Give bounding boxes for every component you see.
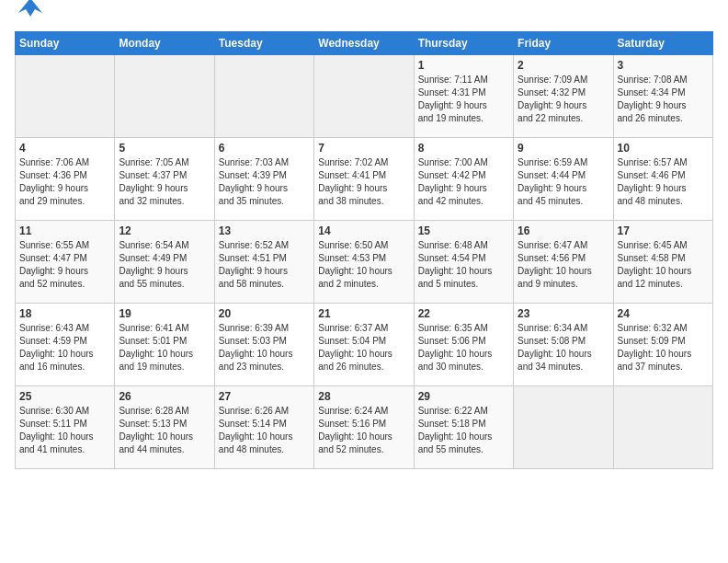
day-number: 17: [618, 224, 709, 237]
calendar-cell: 24Sunrise: 6:32 AM Sunset: 5:09 PM Dayli…: [613, 304, 712, 386]
calendar-cell: 17Sunrise: 6:45 AM Sunset: 4:58 PM Dayli…: [613, 221, 712, 304]
svg-marker-0: [18, 0, 42, 17]
day-info: Sunrise: 6:35 AM Sunset: 5:06 PM Dayligh…: [418, 322, 509, 373]
day-info: Sunrise: 6:22 AM Sunset: 5:18 PM Dayligh…: [418, 405, 509, 456]
day-info: Sunrise: 6:24 AM Sunset: 5:16 PM Dayligh…: [318, 405, 409, 456]
day-info: Sunrise: 6:47 AM Sunset: 4:56 PM Dayligh…: [518, 239, 609, 291]
day-number: 24: [618, 307, 709, 320]
calendar-cell: [613, 386, 712, 469]
calendar-cell: 13Sunrise: 6:52 AM Sunset: 4:51 PM Dayli…: [214, 221, 313, 304]
day-number: 19: [119, 307, 210, 320]
header-day-tuesday: Tuesday: [214, 32, 313, 55]
calendar-cell: [115, 55, 214, 138]
calendar-week-row: 18Sunrise: 6:43 AM Sunset: 4:59 PM Dayli…: [16, 304, 713, 386]
calendar-table: SundayMondayTuesdayWednesdayThursdayFrid…: [15, 31, 713, 469]
day-number: 16: [518, 224, 609, 237]
day-info: Sunrise: 7:03 AM Sunset: 4:39 PM Dayligh…: [219, 156, 310, 208]
calendar-cell: 4Sunrise: 7:06 AM Sunset: 4:36 PM Daylig…: [16, 138, 115, 221]
day-info: Sunrise: 6:50 AM Sunset: 4:53 PM Dayligh…: [318, 239, 409, 291]
calendar-header-row: SundayMondayTuesdayWednesdayThursdayFrid…: [16, 32, 713, 55]
day-number: 9: [518, 142, 609, 155]
calendar-cell: 22Sunrise: 6:35 AM Sunset: 5:06 PM Dayli…: [414, 304, 513, 386]
day-number: 13: [219, 224, 310, 237]
day-info: Sunrise: 6:48 AM Sunset: 4:54 PM Dayligh…: [418, 239, 509, 291]
calendar-cell: 6Sunrise: 7:03 AM Sunset: 4:39 PM Daylig…: [214, 138, 313, 221]
day-info: Sunrise: 6:57 AM Sunset: 4:46 PM Dayligh…: [618, 156, 709, 208]
day-info: Sunrise: 6:43 AM Sunset: 4:59 PM Dayligh…: [19, 322, 110, 373]
calendar-cell: [514, 386, 613, 469]
calendar-cell: 9Sunrise: 6:59 AM Sunset: 4:44 PM Daylig…: [514, 138, 613, 221]
calendar-cell: 28Sunrise: 6:24 AM Sunset: 5:16 PM Dayli…: [314, 386, 414, 469]
day-number: 4: [19, 142, 110, 155]
day-number: 12: [119, 224, 210, 237]
calendar-cell: 14Sunrise: 6:50 AM Sunset: 4:53 PM Dayli…: [314, 221, 414, 304]
day-number: 1: [418, 59, 509, 72]
day-info: Sunrise: 6:34 AM Sunset: 5:08 PM Dayligh…: [518, 322, 609, 373]
calendar-cell: 1Sunrise: 7:11 AM Sunset: 4:31 PM Daylig…: [414, 55, 513, 138]
day-info: Sunrise: 6:52 AM Sunset: 4:51 PM Dayligh…: [219, 239, 310, 291]
calendar-cell: 10Sunrise: 6:57 AM Sunset: 4:46 PM Dayli…: [613, 138, 712, 221]
calendar-cell: 23Sunrise: 6:34 AM Sunset: 5:08 PM Dayli…: [514, 304, 613, 386]
calendar-cell: [214, 55, 313, 138]
day-number: 22: [418, 307, 509, 320]
day-info: Sunrise: 6:39 AM Sunset: 5:03 PM Dayligh…: [219, 322, 310, 373]
day-number: 6: [219, 142, 310, 155]
calendar-cell: 11Sunrise: 6:55 AM Sunset: 4:47 PM Dayli…: [16, 221, 115, 304]
calendar-cell: 8Sunrise: 7:00 AM Sunset: 4:42 PM Daylig…: [414, 138, 513, 221]
day-number: 14: [318, 224, 409, 237]
day-number: 3: [618, 59, 709, 72]
day-info: Sunrise: 6:28 AM Sunset: 5:13 PM Dayligh…: [119, 405, 210, 456]
day-number: 10: [618, 142, 709, 155]
calendar-cell: 2Sunrise: 7:09 AM Sunset: 4:32 PM Daylig…: [514, 55, 613, 138]
calendar-week-row: 11Sunrise: 6:55 AM Sunset: 4:47 PM Dayli…: [16, 221, 713, 304]
day-info: Sunrise: 7:00 AM Sunset: 4:42 PM Dayligh…: [418, 156, 509, 208]
day-number: 18: [19, 307, 110, 320]
day-number: 25: [19, 390, 110, 403]
day-info: Sunrise: 6:26 AM Sunset: 5:14 PM Dayligh…: [219, 405, 310, 456]
day-number: 28: [318, 390, 409, 403]
header-day-sunday: Sunday: [16, 32, 115, 55]
day-number: 26: [119, 390, 210, 403]
day-info: Sunrise: 7:06 AM Sunset: 4:36 PM Dayligh…: [19, 156, 110, 208]
day-info: Sunrise: 6:37 AM Sunset: 5:04 PM Dayligh…: [318, 322, 409, 373]
calendar-cell: 7Sunrise: 7:02 AM Sunset: 4:41 PM Daylig…: [314, 138, 414, 221]
day-number: 2: [518, 59, 609, 72]
page-header: [15, 15, 713, 24]
day-number: 11: [19, 224, 110, 237]
day-info: Sunrise: 7:05 AM Sunset: 4:37 PM Dayligh…: [119, 156, 210, 208]
day-number: 7: [318, 142, 409, 155]
day-info: Sunrise: 7:02 AM Sunset: 4:41 PM Dayligh…: [318, 156, 409, 208]
day-number: 15: [418, 224, 509, 237]
calendar-cell: 21Sunrise: 6:37 AM Sunset: 5:04 PM Dayli…: [314, 304, 414, 386]
calendar-week-row: 4Sunrise: 7:06 AM Sunset: 4:36 PM Daylig…: [16, 138, 713, 221]
day-info: Sunrise: 6:32 AM Sunset: 5:09 PM Dayligh…: [618, 322, 709, 373]
calendar-cell: 16Sunrise: 6:47 AM Sunset: 4:56 PM Dayli…: [514, 221, 613, 304]
calendar-cell: 27Sunrise: 6:26 AM Sunset: 5:14 PM Dayli…: [214, 386, 313, 469]
day-info: Sunrise: 6:55 AM Sunset: 4:47 PM Dayligh…: [19, 239, 110, 291]
day-number: 29: [418, 390, 509, 403]
calendar-cell: 26Sunrise: 6:28 AM Sunset: 5:13 PM Dayli…: [115, 386, 214, 469]
calendar-cell: 15Sunrise: 6:48 AM Sunset: 4:54 PM Dayli…: [414, 221, 513, 304]
header-day-wednesday: Wednesday: [314, 32, 414, 55]
header-day-friday: Friday: [514, 32, 613, 55]
day-number: 21: [318, 307, 409, 320]
calendar-cell: 5Sunrise: 7:05 AM Sunset: 4:37 PM Daylig…: [115, 138, 214, 221]
header-day-thursday: Thursday: [414, 32, 513, 55]
calendar-cell: 25Sunrise: 6:30 AM Sunset: 5:11 PM Dayli…: [16, 386, 115, 469]
day-number: 27: [219, 390, 310, 403]
logo: [15, 15, 44, 24]
day-info: Sunrise: 6:30 AM Sunset: 5:11 PM Dayligh…: [19, 405, 110, 456]
day-info: Sunrise: 7:08 AM Sunset: 4:34 PM Dayligh…: [618, 74, 709, 125]
calendar-week-row: 25Sunrise: 6:30 AM Sunset: 5:11 PM Dayli…: [16, 386, 713, 469]
day-number: 8: [418, 142, 509, 155]
logo-bird-icon: [17, 0, 44, 24]
calendar-cell: 19Sunrise: 6:41 AM Sunset: 5:01 PM Dayli…: [115, 304, 214, 386]
calendar-cell: 20Sunrise: 6:39 AM Sunset: 5:03 PM Dayli…: [214, 304, 313, 386]
day-info: Sunrise: 6:54 AM Sunset: 4:49 PM Dayligh…: [119, 239, 210, 291]
calendar-cell: [314, 55, 414, 138]
day-info: Sunrise: 7:11 AM Sunset: 4:31 PM Dayligh…: [418, 74, 509, 125]
calendar-cell: 29Sunrise: 6:22 AM Sunset: 5:18 PM Dayli…: [414, 386, 513, 469]
header-day-monday: Monday: [115, 32, 214, 55]
calendar-week-row: 1Sunrise: 7:11 AM Sunset: 4:31 PM Daylig…: [16, 55, 713, 138]
calendar-cell: 12Sunrise: 6:54 AM Sunset: 4:49 PM Dayli…: [115, 221, 214, 304]
